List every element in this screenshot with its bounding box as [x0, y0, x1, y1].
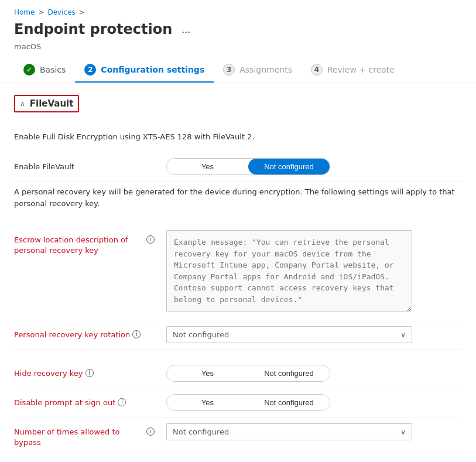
enable-filevault-not-configured[interactable]: Not configured	[248, 159, 330, 174]
check-icon: ✓	[26, 66, 32, 74]
tab-review-badge: 4	[311, 64, 323, 76]
rotation-control: Not configured ∨	[166, 326, 462, 343]
disable-prompt-row: Disable prompt at sign out i Yes Not con…	[14, 388, 462, 417]
hide-key-row: Hide recovery key i Yes Not configured	[14, 359, 462, 388]
bypass-control: Not configured ∨	[166, 423, 462, 440]
rotation-value: Not configured	[173, 330, 229, 339]
hide-key-not-configured[interactable]: Not configured	[248, 365, 330, 381]
enable-filevault-row: Enable FileVault Yes Not configured	[14, 152, 462, 182]
disable-prompt-toggle[interactable]: Yes Not configured	[166, 394, 330, 411]
breadcrumb-sep2: >	[79, 8, 85, 16]
tab-basics-badge: ✓	[23, 64, 35, 76]
hide-key-info-icon[interactable]: i	[85, 369, 94, 377]
enable-filevault-toggle[interactable]: Yes Not configured	[166, 158, 330, 175]
tabs-container: ✓ Basics 2 Configuration settings 3 Assi…	[0, 58, 476, 83]
rotation-info-icon[interactable]: i	[132, 330, 141, 338]
bypass-value: Not configured	[173, 427, 229, 436]
rotation-label: Personal recovery key rotation i	[14, 326, 155, 340]
hide-key-label: Hide recovery key i	[14, 365, 155, 379]
tab-basics[interactable]: ✓ Basics	[14, 58, 75, 83]
hide-key-toggle[interactable]: Yes Not configured	[166, 365, 330, 382]
escrow-control	[166, 230, 462, 314]
breadcrumb: Home > Devices >	[0, 0, 476, 19]
tab-review-label: Review + create	[327, 65, 395, 74]
breadcrumb-sep1: >	[38, 8, 44, 16]
filevault-section-header[interactable]: ∧ FileVault	[14, 95, 79, 112]
bypass-info-icon[interactable]: i	[146, 427, 155, 436]
rotation-row: Personal recovery key rotation i Not con…	[14, 320, 462, 350]
tab-assignments-badge: 3	[223, 64, 235, 76]
hide-key-control: Yes Not configured	[166, 365, 462, 382]
enable-filevault-control: Yes Not configured	[166, 158, 462, 175]
tab-review-num: 4	[314, 66, 319, 74]
enable-filevault-label: Enable FileVault	[14, 158, 155, 172]
tab-config-num: 2	[88, 66, 93, 74]
page-title: Endpoint protection	[14, 21, 172, 37]
rotation-dropdown[interactable]: Not configured ∨	[166, 326, 412, 343]
tab-assignments[interactable]: 3 Assignments	[214, 58, 302, 83]
tab-review[interactable]: 4 Review + create	[302, 58, 404, 83]
escrow-info-icon[interactable]: i	[146, 235, 155, 244]
tab-assignments-num: 3	[227, 66, 231, 74]
disable-prompt-yes[interactable]: Yes	[167, 395, 248, 410]
bypass-chevron-down-icon: ∨	[400, 428, 406, 436]
disable-prompt-label: Disable prompt at sign out i	[14, 394, 155, 408]
escrow-label: Escrow location description of personal …	[14, 230, 155, 256]
tab-config-label: Configuration settings	[101, 65, 204, 74]
recovery-info: A personal recovery key will be generate…	[14, 182, 462, 215]
tab-config[interactable]: 2 Configuration settings	[75, 58, 214, 83]
hide-key-yes[interactable]: Yes	[167, 365, 248, 381]
filevault-description: Enable Full Disk Encryption using XTS-AE…	[14, 131, 462, 143]
tab-basics-label: Basics	[40, 65, 66, 74]
escrow-textarea[interactable]	[166, 230, 412, 312]
tab-config-badge: 2	[84, 64, 96, 76]
content-area: ∧ FileVault Enable Full Disk Encryption …	[0, 83, 476, 462]
tab-assignments-label: Assignments	[239, 65, 292, 74]
rotation-chevron-down-icon: ∨	[400, 331, 406, 339]
filevault-title: FileVault	[30, 98, 74, 109]
page-header: Endpoint protection ...	[0, 19, 476, 42]
bypass-row: Number of times allowed to bypass i Not …	[14, 417, 462, 454]
enable-filevault-yes[interactable]: Yes	[167, 159, 248, 174]
escrow-row: Escrow location description of personal …	[14, 224, 462, 320]
page-subtitle: macOS	[0, 42, 476, 58]
breadcrumb-home[interactable]: Home	[14, 8, 35, 16]
breadcrumb-devices[interactable]: Devices	[48, 8, 76, 16]
bypass-label: Number of times allowed to bypass i	[14, 423, 155, 448]
disable-prompt-info-icon[interactable]: i	[118, 398, 126, 406]
ellipsis-button[interactable]: ...	[178, 22, 194, 37]
disable-prompt-not-configured[interactable]: Not configured	[248, 395, 330, 410]
bypass-dropdown[interactable]: Not configured ∨	[166, 423, 412, 440]
filevault-chevron-up-icon: ∧	[20, 100, 25, 108]
disable-prompt-control: Yes Not configured	[166, 394, 462, 411]
